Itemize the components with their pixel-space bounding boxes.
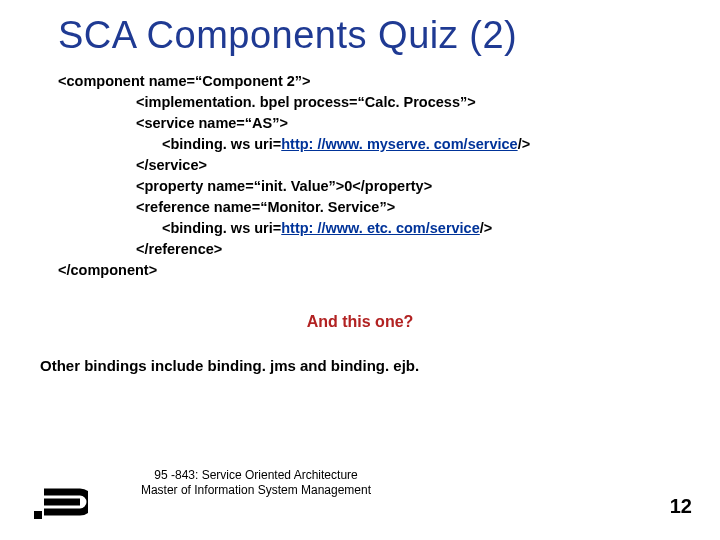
code-text: /> <box>518 136 531 152</box>
logo-icon <box>34 488 88 522</box>
binding-uri-link[interactable]: http: //www. etc. com/service <box>281 220 480 236</box>
code-text: /> <box>480 220 493 236</box>
code-text: <binding. ws uri= <box>162 136 281 152</box>
slide: SCA Components Quiz (2) <component name=… <box>0 0 720 540</box>
code-line: </component> <box>58 260 720 281</box>
binding-uri-link[interactable]: http: //www. myserve. com/service <box>281 136 517 152</box>
code-line: <component name=“Component 2”> <box>58 71 720 92</box>
other-bindings-text: Other bindings include binding. jms and … <box>0 357 720 374</box>
code-line: <binding. ws uri=http: //www. myserve. c… <box>58 134 720 155</box>
code-block: <component name=“Component 2”> <implemen… <box>0 67 720 281</box>
code-line: </service> <box>58 155 720 176</box>
code-line: <binding. ws uri=http: //www. etc. com/s… <box>58 218 720 239</box>
footer-line: Master of Information System Management <box>141 483 371 497</box>
code-text: <binding. ws uri= <box>162 220 281 236</box>
footer-line: 95 -843: Service Oriented Architecture <box>154 468 357 482</box>
question-text: And this one? <box>0 313 720 331</box>
code-line: <property name=“init. Value”>0</property… <box>58 176 720 197</box>
code-line: <service name=“AS”> <box>58 113 720 134</box>
footer-text: 95 -843: Service Oriented Architecture M… <box>126 468 386 498</box>
code-line: <reference name=“Monitor. Service”> <box>58 197 720 218</box>
page-number: 12 <box>670 495 692 518</box>
slide-title: SCA Components Quiz (2) <box>0 0 720 67</box>
code-line: <implementation. bpel process=“Calc. Pro… <box>58 92 720 113</box>
svg-rect-0 <box>34 511 42 519</box>
code-line: </reference> <box>58 239 720 260</box>
footer: 95 -843: Service Oriented Architecture M… <box>34 476 692 526</box>
